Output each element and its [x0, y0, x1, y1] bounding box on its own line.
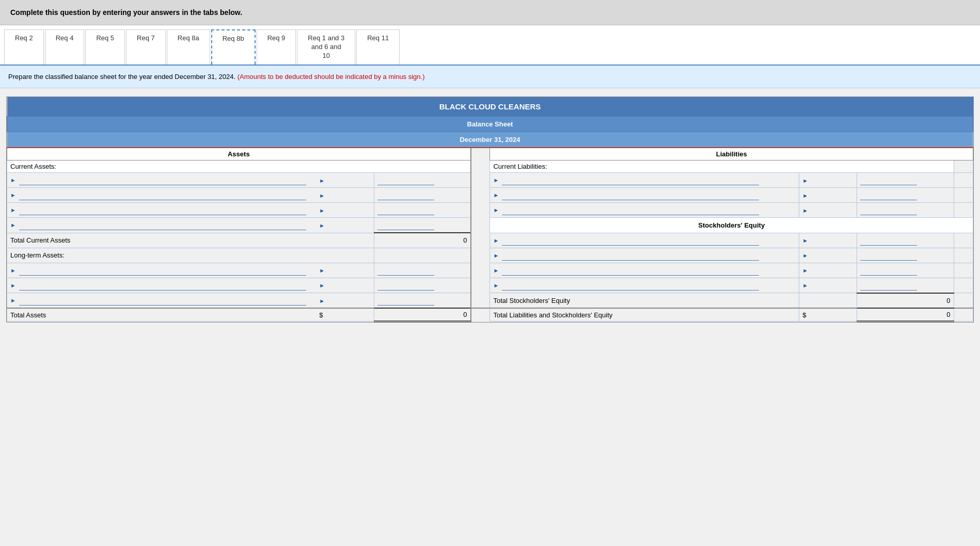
- equity-name-1[interactable]: [502, 235, 759, 246]
- liab-input-row3-mid: ►: [799, 203, 857, 218]
- equity-input-row3-val[interactable]: [857, 263, 954, 278]
- equity-name-4[interactable]: [502, 280, 759, 291]
- tab-req11[interactable]: Req 11: [356, 29, 400, 65]
- liab-val-2[interactable]: [860, 190, 917, 200]
- tab-req4[interactable]: Req 4: [45, 29, 85, 65]
- asset-input-row4-label: ►: [7, 218, 317, 233]
- liab-input-row2-val[interactable]: [857, 188, 954, 203]
- total-current-assets-value: 0: [374, 233, 470, 248]
- equity-input-row4-label: ►: [490, 278, 799, 293]
- asset-input-row2-label: ►: [7, 188, 317, 203]
- equity-input-row1-label: ►: [490, 233, 799, 248]
- asset-input-row2-mid: ►: [316, 188, 374, 203]
- arrow-icon-mid-1: ►: [319, 178, 325, 184]
- equity-val-3[interactable]: [860, 265, 917, 276]
- asset-val-4[interactable]: [377, 220, 434, 230]
- assets-header: Assets: [7, 148, 471, 160]
- tab-req5[interactable]: Req 5: [85, 29, 125, 65]
- liab-input-row1-mid: ►: [799, 173, 857, 188]
- lt-asset-val-3[interactable]: [377, 295, 434, 306]
- arrow-icon-liab-2: ►: [493, 192, 499, 198]
- arrow-icon-eq-4: ►: [493, 282, 499, 288]
- total-current-assets-label: Total Current Assets: [7, 233, 317, 248]
- asset-name-1[interactable]: [19, 175, 307, 185]
- arrow-icon-liab-mid-2: ►: [802, 192, 808, 199]
- company-name: BLACK CLOUD CLEANERS: [7, 97, 973, 117]
- liab-name-3[interactable]: [502, 205, 759, 215]
- lt-asset-row2-val[interactable]: [374, 278, 470, 293]
- asset-input-row3-val[interactable]: [374, 203, 470, 218]
- tab-req7[interactable]: Req 7: [126, 29, 166, 65]
- tab-req8a[interactable]: Req 8a: [167, 29, 210, 65]
- arrow-icon-lt-mid-2: ►: [319, 282, 325, 288]
- lt-asset-val-1[interactable]: [377, 265, 434, 276]
- asset-name-4[interactable]: [19, 220, 307, 230]
- lt-asset-name-1[interactable]: [19, 265, 307, 276]
- arrow-icon-lt-mid-1: ►: [319, 267, 325, 274]
- tab-req9[interactable]: Req 9: [257, 29, 296, 65]
- total-assets-label: Total Assets: [7, 308, 317, 322]
- instruction-bar: Complete this question by entering your …: [0, 0, 980, 25]
- arrow-icon-4: ►: [10, 222, 16, 228]
- asset-name-2[interactable]: [19, 190, 307, 200]
- equity-name-3[interactable]: [502, 265, 759, 276]
- liab-val-3[interactable]: [860, 205, 917, 215]
- arrow-icon-3: ►: [10, 207, 16, 213]
- arrow-icon-lt-2: ►: [10, 282, 16, 288]
- total-stockholders-equity-value: 0: [857, 293, 954, 309]
- description-red-text: (Amounts to be deducted should be indica…: [238, 73, 425, 81]
- liab-input-row2-label: ►: [490, 188, 799, 203]
- description-bar: Prepare the classified balance sheet for…: [0, 66, 980, 89]
- tab-req2[interactable]: Req 2: [4, 29, 44, 65]
- tab-req8b[interactable]: Req 8b: [211, 29, 256, 65]
- equity-input-row4-val[interactable]: [857, 278, 954, 293]
- asset-input-row4-mid: ►: [316, 218, 374, 233]
- tab-req1and3[interactable]: Req 1 and 3 and 6 and 10: [297, 29, 355, 65]
- lt-asset-row3-val[interactable]: [374, 293, 470, 309]
- asset-input-row3-mid: ►: [316, 203, 374, 218]
- asset-val-3[interactable]: [377, 205, 434, 215]
- asset-input-row1-val[interactable]: [374, 173, 470, 188]
- arrow-icon-lt-mid-3: ►: [319, 298, 325, 304]
- long-term-assets-label: Long-term Assets:: [7, 248, 317, 263]
- lt-asset-row1-mid: ►: [316, 263, 374, 278]
- arrow-icon-eq-mid-2: ►: [802, 252, 808, 259]
- asset-input-row1-mid: ►: [316, 173, 374, 188]
- liab-val-1[interactable]: [860, 175, 917, 185]
- asset-name-3[interactable]: [19, 205, 307, 215]
- lt-asset-row2-mid: ►: [316, 278, 374, 293]
- asset-input-row2-val[interactable]: [374, 188, 470, 203]
- arrow-icon-eq-mid-4: ►: [802, 282, 808, 288]
- equity-val-1[interactable]: [860, 235, 917, 246]
- liab-name-2[interactable]: [502, 190, 759, 200]
- current-assets-label: Current Assets:: [7, 160, 471, 173]
- lt-asset-row3-mid: ►: [316, 293, 374, 309]
- asset-val-2[interactable]: [377, 190, 434, 200]
- equity-input-row2-val[interactable]: [857, 248, 954, 263]
- asset-val-1[interactable]: [377, 175, 434, 185]
- lt-asset-name-3[interactable]: [19, 295, 307, 306]
- liab-name-1[interactable]: [502, 175, 759, 185]
- arrow-icon-liab-1: ►: [493, 177, 499, 183]
- arrow-icon-mid-4: ►: [319, 222, 325, 229]
- equity-val-4[interactable]: [860, 280, 917, 291]
- lt-asset-name-2[interactable]: [19, 280, 307, 291]
- arrow-icon-1: ►: [10, 177, 16, 183]
- lt-asset-row1-val[interactable]: [374, 263, 470, 278]
- liab-input-row2-mid: ►: [799, 188, 857, 203]
- liab-input-row1-val[interactable]: [857, 173, 954, 188]
- lt-asset-row2-label: ►: [7, 278, 317, 293]
- equity-input-row1-val[interactable]: [857, 233, 954, 248]
- equity-name-2[interactable]: [502, 250, 759, 261]
- liab-input-row3-val[interactable]: [857, 203, 954, 218]
- equity-val-2[interactable]: [860, 250, 917, 261]
- liab-input-row3-label: ►: [490, 203, 799, 218]
- arrow-icon-mid-3: ►: [319, 207, 325, 214]
- total-liabilities-equity-value: 0: [857, 308, 954, 322]
- arrow-icon-lt-1: ►: [10, 267, 16, 274]
- tabs-container: Req 2 Req 4 Req 5 Req 7 Req 8a Req 8b Re…: [0, 25, 980, 66]
- description-text: Prepare the classified balance sheet for…: [8, 73, 238, 81]
- lt-asset-val-2[interactable]: [377, 280, 434, 291]
- bs-date: December 31, 2024: [7, 132, 973, 148]
- asset-input-row4-val[interactable]: [374, 218, 470, 233]
